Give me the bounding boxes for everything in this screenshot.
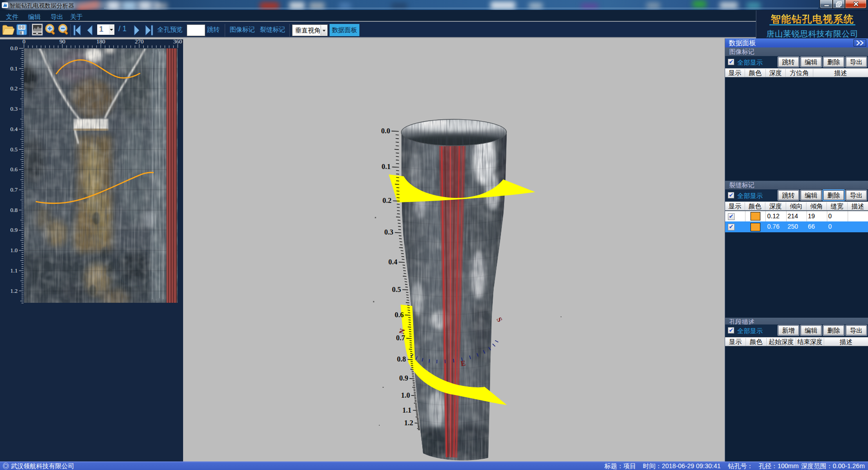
svg-text:0: 0	[23, 39, 26, 45]
svg-text:1.2: 1.2	[404, 419, 413, 427]
svg-text:1.0: 1.0	[10, 247, 18, 254]
svg-text:0.1: 0.1	[10, 65, 18, 72]
svg-text:0.6: 0.6	[395, 311, 404, 319]
svg-text:0.8: 0.8	[10, 207, 18, 213]
svg-text:0.4: 0.4	[10, 126, 18, 132]
svg-text:0.7: 0.7	[396, 334, 405, 342]
svg-text:0.4: 0.4	[388, 258, 397, 266]
svg-text:360: 360	[173, 39, 182, 45]
svg-text:0.9: 0.9	[10, 226, 18, 233]
svg-text:1.2: 1.2	[10, 287, 18, 294]
svg-text:0.3: 0.3	[384, 228, 393, 236]
svg-text:90: 90	[60, 39, 66, 45]
svg-text:0.0: 0.0	[381, 127, 390, 135]
svg-text:0.5: 0.5	[10, 146, 18, 153]
svg-text:1.1: 1.1	[10, 267, 18, 274]
svg-text:0.0: 0.0	[10, 45, 18, 52]
svg-text:0.3: 0.3	[10, 105, 18, 112]
svg-text:0.2: 0.2	[382, 197, 392, 204]
svg-text:1.1: 1.1	[402, 406, 411, 414]
svg-text:0.5: 0.5	[392, 286, 401, 293]
svg-text:0.7: 0.7	[10, 186, 18, 193]
svg-text:0.1: 0.1	[382, 163, 391, 170]
svg-text:0.2: 0.2	[10, 85, 18, 92]
svg-text:1.0: 1.0	[401, 391, 410, 399]
svg-text:0.9: 0.9	[399, 374, 408, 382]
svg-text:270: 270	[135, 39, 144, 45]
svg-text:180: 180	[96, 39, 105, 45]
svg-text:0.6: 0.6	[10, 166, 18, 173]
svg-text:0.8: 0.8	[397, 355, 406, 363]
